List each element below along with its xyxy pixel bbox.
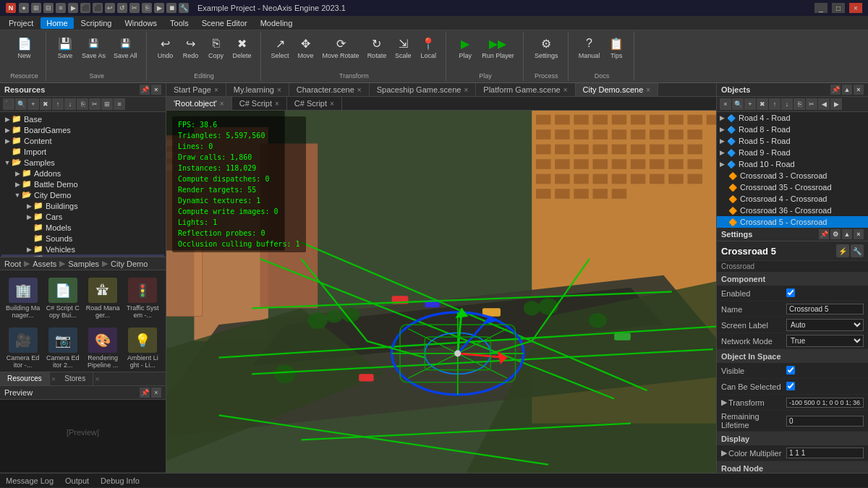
name-value[interactable]	[786, 304, 864, 314]
tb-icon-6[interactable]: ⬛	[80, 3, 90, 13]
res-icon-5[interactable]: ↑	[52, 98, 64, 110]
tab-platform-scene[interactable]: Platform Game.scene ×	[476, 83, 575, 96]
run-player-button[interactable]: ▶▶ Run Player	[479, 33, 517, 61]
tab-character-close[interactable]: ×	[357, 86, 362, 94]
asset-traffic-system[interactable]: 🚦 Traffic System -...	[124, 275, 161, 322]
tree-item-buildings[interactable]: ▶ 📁 Buildings	[1, 200, 164, 211]
screenlabel-value[interactable]: Auto	[786, 319, 864, 331]
tab-spaceship-close[interactable]: ×	[464, 86, 468, 94]
res-icon-9[interactable]: ⊞	[101, 98, 113, 110]
close-button[interactable]: ×	[849, 3, 862, 13]
res-icon-3[interactable]: +	[27, 98, 39, 110]
menu-scripting[interactable]: Scripting	[75, 17, 118, 29]
bc-root[interactable]: Root	[4, 260, 21, 268]
tab-stores[interactable]: Stores	[57, 372, 93, 385]
settings-pin-icon[interactable]: 📌	[819, 229, 829, 239]
tree-item-import[interactable]: ▶ 📁 Import	[1, 146, 164, 157]
save-as-button[interactable]: 💾 Save As	[79, 33, 109, 61]
bc-samples[interactable]: Samples	[68, 260, 99, 268]
res-icon-4[interactable]: ✖	[40, 98, 51, 110]
res-icon-1[interactable]: ⬛	[3, 98, 14, 110]
settings-icon[interactable]: ⚙	[830, 229, 841, 239]
tab-citydemo-close[interactable]: ×	[646, 86, 650, 94]
obj-tool-3[interactable]: +	[744, 98, 756, 110]
tb-icon-12[interactable]: ▶	[154, 3, 164, 13]
tab-platform-close[interactable]: ×	[563, 86, 568, 94]
res-icon-8[interactable]: ✂	[89, 98, 101, 110]
tree-item-boardgames[interactable]: ▶ 📁 BoardGames	[1, 124, 164, 135]
status-message-log[interactable]: Message Log	[6, 476, 54, 485]
bc-assets[interactable]: Assets	[33, 260, 56, 268]
save-all-button[interactable]: 💾 Save All	[111, 33, 140, 61]
obj-crossroad5[interactable]: 🔶 Crossroad 5 - Crossroad	[717, 216, 868, 228]
tree-item-battledemo[interactable]: ▶ 📁 Battle Demo	[1, 179, 164, 189]
tree-item-samples[interactable]: ▼ 📂 Samples	[1, 157, 164, 168]
subtab-csharp-1[interactable]: C# Script ×	[232, 97, 287, 110]
menu-project[interactable]: Project	[3, 17, 39, 29]
tab-spaceship-scene[interactable]: Spaceship Game.scene ×	[370, 83, 477, 96]
lifetime-value[interactable]	[786, 416, 864, 427]
tree-item-addons[interactable]: ▶ 📁 Addons	[1, 168, 164, 179]
asset-csharp-script[interactable]: 📄 C# Script Copy Bui...	[44, 275, 81, 322]
obj-crossroad36[interactable]: 🔶 Crossroad 36 - Crossroad	[717, 205, 868, 216]
status-debug-info[interactable]: Debug Info	[101, 476, 140, 485]
obj-tool-10[interactable]: ▶	[830, 98, 842, 110]
settings-icon-1[interactable]: ⚡	[836, 244, 849, 257]
obj-road8[interactable]: ▶ 🔷 Road 8 - Road	[717, 124, 868, 135]
tree-item-models[interactable]: ▶ 📁 Models	[1, 222, 164, 233]
menu-tools[interactable]: Tools	[164, 17, 195, 29]
status-output[interactable]: Output	[65, 476, 89, 485]
obj-tool-6[interactable]: ↓	[781, 98, 793, 110]
section-header-component[interactable]: Component	[717, 273, 868, 286]
res-icon-6[interactable]: ↓	[64, 98, 76, 110]
transform-input[interactable]	[786, 398, 864, 408]
objects-close-icon[interactable]: ×	[854, 85, 864, 95]
menu-scene-editor[interactable]: Scene Editor	[196, 17, 253, 29]
res-icon-7[interactable]: ⎘	[77, 98, 88, 110]
tb-icon-5[interactable]: ▶	[68, 3, 78, 13]
name-input[interactable]	[786, 304, 864, 314]
menu-modeling[interactable]: Modeling	[255, 17, 299, 29]
tree-item-sounds[interactable]: ▶ 📁 Sounds	[1, 233, 164, 244]
select-button[interactable]: ↗ Select	[268, 33, 292, 61]
section-header-display[interactable]: Display	[717, 432, 868, 445]
save-button[interactable]: 💾 Save	[54, 33, 77, 61]
obj-tool-4[interactable]: ✖	[757, 98, 768, 110]
menu-home[interactable]: Home	[41, 17, 73, 29]
preview-pin-icon[interactable]: 📌	[140, 388, 150, 398]
local-button[interactable]: 📍 Local	[417, 33, 440, 61]
tree-item-vehicles[interactable]: ▶ 📁 Vehicles	[1, 244, 164, 254]
obj-road4[interactable]: ▶ 🔷 Road 4 - Road	[717, 112, 868, 124]
color-mult-value[interactable]	[786, 448, 864, 458]
obj-tool-8[interactable]: ✂	[806, 98, 817, 110]
undo-button[interactable]: ↩ Undo	[154, 33, 177, 61]
tree-item-base[interactable]: ▶ 📁 Base	[1, 114, 164, 124]
obj-road5[interactable]: ▶ 🔷 Road 5 - Road	[717, 135, 868, 147]
asset-road-manager[interactable]: 🛣 Road Manager...	[85, 275, 122, 322]
visible-value[interactable]	[786, 366, 864, 376]
obj-crossroad3[interactable]: 🔶 Crossroad 3 - Crossroad	[717, 170, 868, 181]
objects-expand-icon[interactable]: ▲	[842, 85, 852, 95]
enabled-checkbox[interactable]	[786, 288, 795, 297]
rotate-button[interactable]: ↻ Rotate	[365, 33, 390, 61]
tb-icon-4[interactable]: ≡	[56, 3, 66, 13]
objects-pin-icon[interactable]: 📌	[830, 85, 841, 95]
tb-icon-14[interactable]: 🔧	[179, 3, 189, 13]
new-button[interactable]: 📄 New	[13, 33, 36, 61]
copy-button[interactable]: ⎘ Copy	[205, 33, 228, 61]
asset-camera-editor-2[interactable]: 📷 Camera Editor 2...	[44, 325, 81, 372]
obj-tool-2[interactable]: 🔍	[732, 98, 744, 110]
maximize-button[interactable]: □	[832, 3, 845, 13]
tb-icon-13[interactable]: ⏹	[166, 3, 176, 13]
networkmode-value[interactable]: True	[786, 335, 864, 347]
transform-value[interactable]	[786, 398, 864, 408]
window-controls[interactable]: _ □ ×	[814, 3, 862, 13]
lifetime-input[interactable]	[786, 416, 864, 427]
tab-start-page[interactable]: Start Page ×	[166, 83, 226, 96]
move-button[interactable]: ✥ Move	[294, 33, 318, 61]
asset-rendering-pipeline[interactable]: 🎨 Rendering Pipeline ...	[85, 325, 122, 372]
preview-close-icon[interactable]: ×	[151, 388, 161, 398]
tb-icon-1[interactable]: ●	[19, 3, 29, 13]
tab-citydemo-scene[interactable]: City Demo.scene ×	[576, 83, 659, 96]
asset-building-manager[interactable]: 🏢 Building Manager...	[4, 275, 41, 322]
